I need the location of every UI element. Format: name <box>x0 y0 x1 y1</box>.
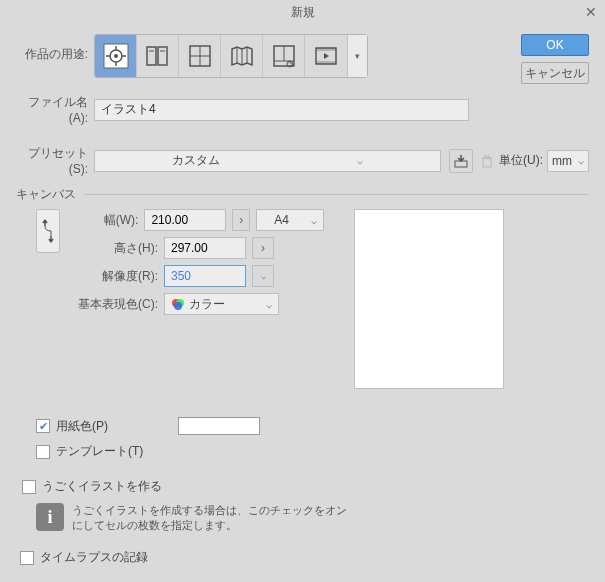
cancel-button[interactable]: キャンセル <box>521 62 589 84</box>
filename-label: ファイル名(A): <box>16 94 94 125</box>
unit-label: 単位(U): <box>499 152 543 169</box>
paper-color-label: 用紙色(P) <box>56 418 108 435</box>
resolution-dropdown-button[interactable]: ⌵ <box>252 265 274 287</box>
ok-button[interactable]: OK <box>521 34 589 56</box>
svg-rect-28 <box>485 156 489 158</box>
book-icon[interactable] <box>179 35 221 77</box>
preset-label: プリセット(S): <box>16 145 94 176</box>
timelapse-checkbox[interactable] <box>20 551 34 565</box>
purpose-toolbar: ▾ <box>94 34 368 78</box>
comic-icon[interactable] <box>137 35 179 77</box>
resolution-label: 解像度(R): <box>64 268 164 285</box>
preset-value: カスタム <box>172 152 220 169</box>
chevron-down-icon: ⌵ <box>266 299 272 310</box>
color-mode-value: カラー <box>189 296 225 313</box>
svg-rect-22 <box>316 48 336 51</box>
svg-rect-8 <box>158 47 167 65</box>
height-label: 高さ(H): <box>64 240 164 257</box>
width-arrow-button[interactable]: › <box>232 209 250 231</box>
chevron-down-icon: ⌵ <box>357 155 363 166</box>
delete-preset-button[interactable] <box>475 149 499 173</box>
unit-select[interactable]: mm ⌵ <box>547 150 589 172</box>
animation-label: うごくイラストを作る <box>42 478 162 495</box>
chevron-down-icon: ⌵ <box>311 215 317 226</box>
svg-rect-26 <box>483 158 491 167</box>
animation-description: うごくイラストを作成する場合は、このチェックをオンにしてセルの枚数を指定します。 <box>72 503 352 534</box>
preset-select[interactable]: カスタム ⌵ <box>94 150 441 172</box>
animation-icon[interactable] <box>263 35 305 77</box>
basic-color-label: 基本表現色(C): <box>64 296 164 313</box>
resolution-input[interactable] <box>164 265 246 287</box>
rgb-icon <box>171 298 185 310</box>
canvas-preview <box>354 209 504 389</box>
template-checkbox[interactable] <box>36 445 50 459</box>
purpose-dropdown[interactable]: ▾ <box>347 35 367 77</box>
width-label: 幅(W): <box>64 212 144 229</box>
color-mode-select[interactable]: カラー ⌵ <box>164 293 279 315</box>
animation-checkbox[interactable] <box>22 480 36 494</box>
paper-size-select[interactable]: A4 ⌵ <box>256 209 324 231</box>
height-arrow-button[interactable]: › <box>252 237 274 259</box>
close-button[interactable]: ✕ <box>585 4 597 20</box>
chevron-down-icon: ⌵ <box>578 155 584 166</box>
template-label: テンプレート(T) <box>56 443 143 460</box>
filename-input[interactable] <box>94 99 469 121</box>
height-input[interactable] <box>164 237 246 259</box>
timelapse-label: タイムラプスの記録 <box>40 549 148 566</box>
titlebar: 新規 ✕ <box>0 0 605 24</box>
dialog-title: 新規 <box>291 4 315 21</box>
svg-rect-23 <box>316 61 336 64</box>
purpose-label: 作品の用途: <box>16 46 94 63</box>
paper-size-value: A4 <box>274 213 289 227</box>
save-preset-button[interactable] <box>449 149 473 173</box>
paper-color-checkbox[interactable] <box>36 419 50 433</box>
width-input[interactable] <box>144 209 226 231</box>
unit-value: mm <box>552 154 572 168</box>
canvas-label: キャンバス <box>16 186 76 203</box>
svg-marker-24 <box>324 53 329 59</box>
movie-icon[interactable] <box>305 35 347 77</box>
orientation-toggle[interactable] <box>36 209 60 253</box>
illustration-icon[interactable] <box>95 35 137 77</box>
info-icon: i <box>36 503 64 531</box>
canvas-section-header: キャンバス <box>16 186 589 203</box>
spread-icon[interactable] <box>221 35 263 77</box>
paper-color-swatch[interactable] <box>178 417 260 435</box>
svg-rect-7 <box>147 47 156 65</box>
svg-point-2 <box>114 54 118 58</box>
svg-point-31 <box>174 302 182 310</box>
